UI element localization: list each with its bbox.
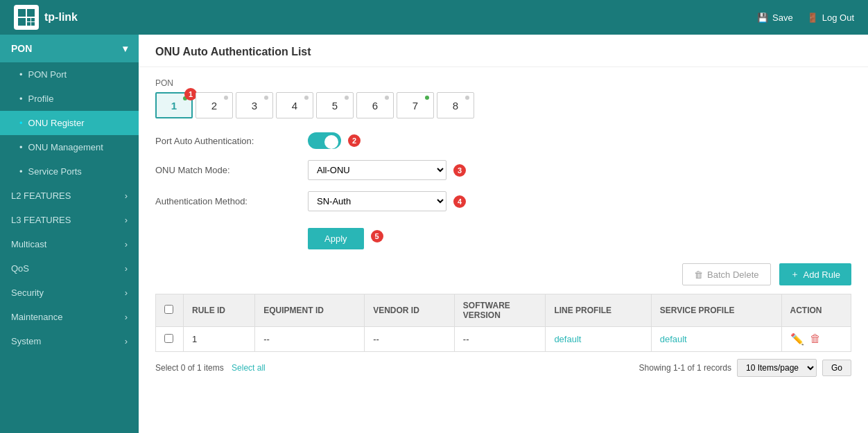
sidebar-item-l3-features[interactable]: L3 FEATURES — [0, 208, 139, 232]
pon-port-5-status-dot — [345, 96, 349, 100]
sidebar-item-profile[interactable]: Profile — [0, 87, 139, 111]
row-vendor-id: -- — [365, 327, 455, 352]
logo-icon — [14, 5, 39, 30]
apply-row: Apply 5 — [155, 222, 851, 249]
step2-badge: 2 — [348, 134, 361, 147]
edit-button[interactable]: ✏️ — [790, 333, 804, 346]
auth-method-select[interactable]: SN-Auth Password-Auth SN+Password-Auth — [308, 191, 446, 211]
table-body: 1 -- -- -- default default ✏️ 🗑 — [156, 327, 851, 352]
sidebar-item-pon-port[interactable]: PON Port — [0, 62, 139, 87]
pon-port-6-status-dot — [385, 96, 389, 100]
trash-icon: 🗑 — [694, 269, 703, 280]
pon-port-4-label: 4 — [292, 100, 297, 112]
layout: PON ▾ PON Port Profile ONU Register ONU … — [0, 35, 868, 433]
per-page-container: Showing 1-1 of 1 records 10 Items/page 2… — [639, 359, 851, 377]
svg-rect-1 — [27, 9, 35, 17]
col-vendor-id: VENDOR ID — [365, 294, 455, 327]
go-button[interactable]: Go — [822, 360, 851, 376]
auth-method-label: Authentication Method: — [155, 196, 308, 206]
select-all-checkbox[interactable] — [164, 305, 173, 314]
select-all-link[interactable]: Select all — [232, 363, 266, 373]
pon-port-8[interactable]: 8 — [437, 92, 474, 118]
sidebar-item-system[interactable]: System — [0, 329, 139, 353]
svg-rect-0 — [18, 9, 26, 17]
logo-text: tp-link — [44, 11, 78, 24]
per-page-select[interactable]: 10 Items/page 20 Items/page 50 Items/pag… — [737, 359, 817, 377]
save-button[interactable]: 💾 Save — [757, 12, 793, 23]
row-checkbox-cell — [156, 327, 184, 352]
table-row: 1 -- -- -- default default ✏️ 🗑 — [156, 327, 851, 352]
pon-port-2[interactable]: 2 — [196, 92, 233, 118]
pon-port-4-status-dot — [304, 96, 309, 100]
pon-section-label: PON — [155, 78, 851, 88]
port-auth-row: Port Auto Authentication: 2 — [155, 132, 851, 149]
topbar: tp-link 💾 Save 🚪 Log Out — [0, 0, 868, 35]
page-title: ONU Auto Authentication List — [139, 35, 868, 67]
batch-delete-button[interactable]: 🗑 Batch Delete — [682, 263, 770, 285]
row-software-version: -- — [454, 327, 546, 352]
sidebar-item-multicast[interactable]: Multicast — [0, 232, 139, 256]
pon-port-3[interactable]: 3 — [236, 92, 273, 118]
match-mode-select[interactable]: All-ONU SN Password SN+Password — [308, 160, 446, 180]
select-info: Select 0 of 1 items Select all — [155, 363, 266, 373]
col-action: ACTION — [781, 294, 851, 327]
row-action: ✏️ 🗑 — [781, 327, 851, 352]
sidebar-item-onu-management[interactable]: ONU Management — [0, 135, 139, 159]
step3-badge: 3 — [453, 164, 466, 177]
match-mode-label: ONU Match Mode: — [155, 165, 308, 175]
sidebar-item-security[interactable]: Security — [0, 281, 139, 305]
step4-badge: 4 — [453, 195, 466, 208]
plus-icon: ＋ — [790, 268, 799, 281]
pon-port-2-status-dot — [224, 96, 228, 100]
col-equipment-id: EQUIPMENT ID — [255, 294, 365, 327]
sidebar-item-maintenance[interactable]: Maintenance — [0, 305, 139, 329]
svg-rect-4 — [31, 18, 35, 21]
content-area: PON 1 1 2 3 4 — [139, 67, 868, 395]
col-rule-id: RULE ID — [184, 294, 255, 327]
svg-rect-2 — [18, 18, 26, 26]
table-footer: Select 0 of 1 items Select all Showing 1… — [155, 352, 851, 384]
save-icon: 💾 — [757, 12, 768, 23]
pon-port-4[interactable]: 4 — [276, 92, 313, 118]
step5-badge: 5 — [371, 230, 383, 242]
match-mode-row: ONU Match Mode: All-ONU SN Password SN+P… — [155, 160, 851, 180]
add-rule-button[interactable]: ＋ Add Rule — [779, 263, 851, 285]
pon-port-5[interactable]: 5 — [316, 92, 354, 118]
apply-button[interactable]: Apply — [308, 228, 364, 249]
sidebar-pon-header[interactable]: PON ▾ — [0, 35, 139, 62]
pon-port-3-status-dot — [264, 96, 268, 100]
table-actions: 🗑 Batch Delete ＋ Add Rule — [155, 263, 851, 285]
port-auth-toggle[interactable] — [308, 132, 341, 149]
pon-port-1[interactable]: 1 1 — [155, 92, 193, 118]
auth-method-select-container: SN-Auth Password-Auth SN+Password-Auth — [308, 191, 446, 211]
port-auth-toggle-container — [308, 132, 341, 149]
svg-rect-6 — [31, 22, 35, 26]
sidebar-item-qos[interactable]: QoS — [0, 256, 139, 281]
pon-port-6[interactable]: 6 — [356, 92, 394, 118]
action-buttons: ✏️ 🗑 — [790, 333, 842, 346]
row-rule-id: 1 — [184, 327, 255, 352]
pon-ports-container: 1 1 2 3 4 5 — [155, 92, 851, 118]
pon-port-7[interactable]: 7 — [397, 92, 434, 118]
col-line-profile: LINE PROFILE — [546, 294, 651, 327]
svg-rect-3 — [27, 18, 31, 21]
sidebar-item-onu-register[interactable]: ONU Register — [0, 111, 139, 135]
main-content: ONU Auto Authentication List PON 1 1 2 3 — [139, 35, 868, 433]
auth-method-row: Authentication Method: SN-Auth Password-… — [155, 191, 851, 211]
pon-port-2-label: 2 — [211, 100, 217, 112]
logo: tp-link — [14, 5, 78, 30]
pon-port-8-status-dot — [465, 96, 469, 100]
pon-port-7-status-dot — [425, 96, 429, 100]
row-checkbox[interactable] — [164, 334, 173, 343]
row-line-profile: default — [546, 327, 651, 352]
sidebar-item-l2-features[interactable]: L2 FEATURES — [0, 184, 139, 208]
line-profile-link[interactable]: default — [554, 334, 581, 344]
svg-rect-5 — [27, 22, 31, 26]
sidebar-item-service-ports[interactable]: Service Ports — [0, 159, 139, 184]
service-profile-link[interactable]: default — [660, 334, 687, 344]
table-header: RULE ID EQUIPMENT ID VENDOR ID SOFTWAREV… — [156, 294, 851, 327]
toggle-thumb — [324, 135, 338, 149]
match-mode-select-container: All-ONU SN Password SN+Password — [308, 160, 446, 180]
logout-button[interactable]: 🚪 Log Out — [807, 12, 854, 23]
delete-button[interactable]: 🗑 — [810, 333, 821, 346]
